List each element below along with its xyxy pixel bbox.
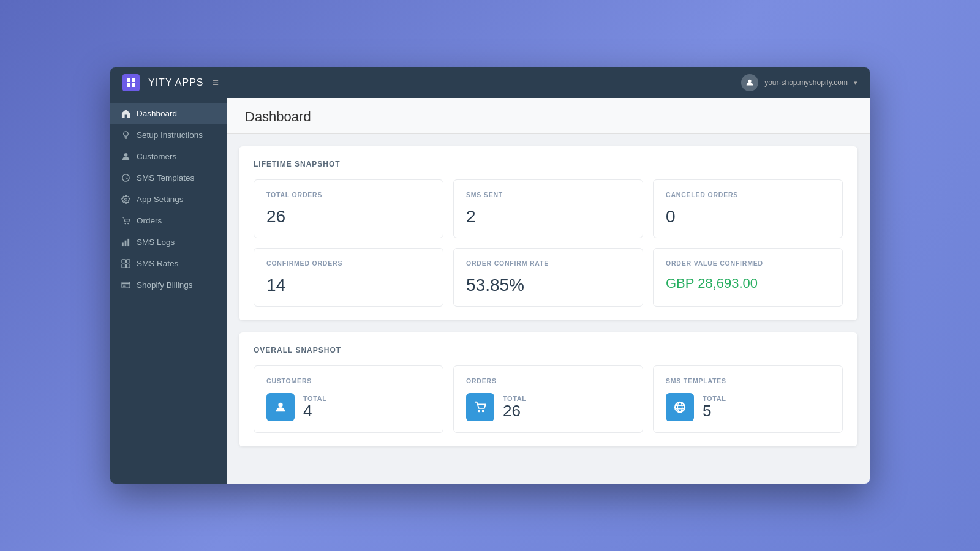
page-title: Dashboard [245,109,851,125]
stat-value-order-value: GBP 28,693.00 [666,276,830,291]
stat-card-order-value: ORDER VALUE CONFIRMED GBP 28,693.00 [653,248,843,307]
svg-point-20 [278,403,282,407]
svg-point-22 [482,410,484,413]
overall-snapshot-section: OVERALL SNAPSHOT CUSTOMERS [239,332,858,446]
overview-content-orders: TOTAL 26 [466,393,630,421]
lifetime-cards-grid: TOTAL ORDERS 26 SMS SENT 2 CANCELED ORDE… [254,179,843,307]
orders-icon [121,216,130,225]
svg-rect-2 [127,83,130,87]
stat-label-confirm-rate: ORDER CONFIRM RATE [466,260,630,267]
sidebar-item-sms-templates[interactable]: SMS Templates [110,167,227,189]
sidebar-label-shopify-billings: Shopify Billings [137,280,193,290]
svg-point-21 [478,410,480,413]
user-label: your-shop.myshopify.com [764,78,848,87]
topnav-left: YITY APPS ≡ [123,74,219,91]
user-icon [745,78,754,87]
stat-label-total-orders: TOTAL ORDERS [266,191,431,198]
topnav-right: your-shop.myshopify.com ▾ [741,74,858,91]
svg-point-6 [124,153,128,157]
svg-rect-11 [122,242,124,246]
svg-rect-13 [127,239,129,246]
sidebar-label-sms-rates: SMS Rates [137,259,178,268]
svg-rect-0 [127,78,130,82]
sidebar-item-sms-logs[interactable]: SMS Logs [110,231,227,253]
lightbulb-icon [121,130,130,140]
svg-rect-19 [123,285,126,286]
logo-icon [126,78,136,88]
svg-point-9 [124,223,126,224]
stat-card-confirm-rate: ORDER CONFIRM RATE 53.85% [453,248,643,307]
user-avatar [741,74,758,91]
sidebar-item-orders[interactable]: Orders [110,210,227,231]
stat-value-canceled-orders: 0 [666,207,830,227]
sidebar-label-sms-logs: SMS Logs [137,238,175,247]
stat-value-confirmed-orders: 14 [266,276,431,295]
overview-content-customers: TOTAL 4 [266,393,431,421]
svg-rect-12 [125,241,127,246]
sidebar-item-dashboard[interactable]: Dashboard [110,103,227,124]
orders-overview-icon [473,400,487,414]
stat-label-canceled-orders: CANCELED ORDERS [666,191,830,198]
svg-point-24 [677,402,682,413]
svg-point-10 [127,223,129,224]
orders-icon-box [466,393,494,421]
stat-label-sms-sent: SMS SENT [466,191,630,198]
stat-label-confirmed-orders: CONFIRMED ORDERS [266,260,431,267]
sidebar-item-app-settings[interactable]: App Settings [110,189,227,210]
stat-value-sms-sent: 2 [466,207,630,227]
sidebar-item-shopify-billings[interactable]: Shopify Billings [110,274,227,296]
customers-overview-icon [274,400,287,414]
overall-snapshot-title: OVERALL SNAPSHOT [254,346,843,354]
sms-templates-overview-icon [673,400,687,414]
sms-templates-icon [121,173,130,182]
svg-point-23 [675,402,685,413]
logo-box [123,74,140,91]
overview-label-orders: ORDERS [466,377,630,384]
svg-rect-17 [126,264,130,268]
app-window: YITY APPS ≡ your-shop.myshopify.com ▾ Da… [110,67,870,484]
bar-chart-icon [121,238,130,247]
sidebar-item-setup[interactable]: Setup Instructions [110,124,227,146]
overall-cards-grid: CUSTOMERS TOTAL 4 [254,365,843,433]
svg-rect-1 [132,78,135,82]
overview-total-sms-templates: TOTAL 5 [703,395,726,420]
stat-card-sms-sent: SMS SENT 2 [453,179,643,238]
svg-rect-15 [126,260,130,263]
card-icon [121,280,130,290]
stat-card-total-orders: TOTAL ORDERS 26 [254,179,443,238]
overview-total-customers: TOTAL 4 [303,395,327,420]
main-layout: Dashboard Setup Instructions Customers [110,98,870,484]
sidebar-item-sms-rates[interactable]: SMS Rates [110,253,227,274]
brand-name: YITY APPS [148,77,204,88]
topnav: YITY APPS ≡ your-shop.myshopify.com ▾ [110,67,870,98]
home-icon [121,109,130,118]
sidebar-label-customers: Customers [137,152,176,161]
svg-rect-18 [122,282,130,288]
stat-label-order-value: ORDER VALUE CONFIRMED [666,260,830,267]
person-icon [121,152,130,161]
svg-rect-14 [122,260,126,263]
overview-label-customers: CUSTOMERS [266,377,431,384]
overview-label-sms-templates: SMS TEMPLATES [666,377,830,384]
stat-card-confirmed-orders: CONFIRMED ORDERS 14 [254,248,443,307]
grid-icon [121,259,130,268]
sidebar-label-app-settings: App Settings [137,195,184,204]
overview-content-sms-templates: TOTAL 5 [666,393,830,421]
page-header: Dashboard [227,98,870,134]
dropdown-chevron-icon[interactable]: ▾ [854,79,858,87]
sidebar-item-customers[interactable]: Customers [110,146,227,167]
lifetime-snapshot-section: LIFETIME SNAPSHOT TOTAL ORDERS 26 SMS SE… [239,146,858,320]
sidebar-label-orders: Orders [137,216,162,225]
customers-icon-box [266,393,295,421]
stat-value-confirm-rate: 53.85% [466,276,630,295]
svg-point-5 [124,132,129,137]
overview-card-orders: ORDERS TOTAL 26 [453,365,643,433]
app-settings-icon [121,195,130,204]
svg-rect-16 [122,264,126,268]
overview-total-orders: TOTAL 26 [503,395,527,420]
lifetime-snapshot-title: LIFETIME SNAPSHOT [254,160,843,168]
hamburger-icon[interactable]: ≡ [213,77,219,89]
sidebar-label-dashboard: Dashboard [137,109,177,118]
sidebar: Dashboard Setup Instructions Customers [110,98,227,484]
overview-card-customers: CUSTOMERS TOTAL 4 [254,365,443,433]
